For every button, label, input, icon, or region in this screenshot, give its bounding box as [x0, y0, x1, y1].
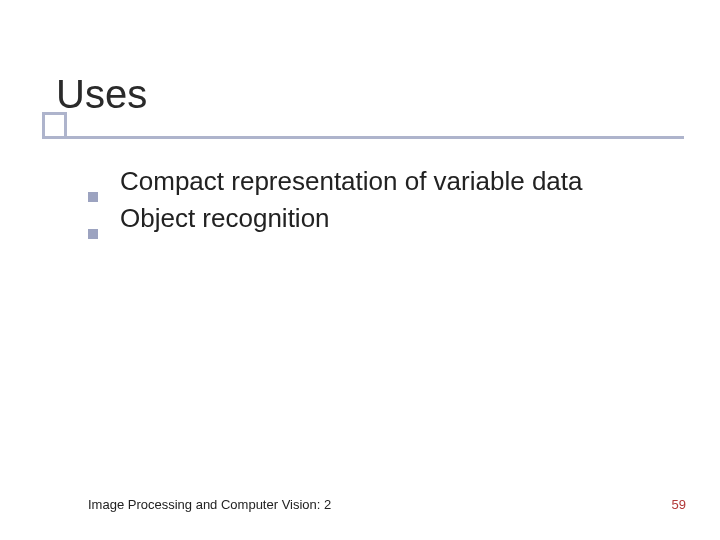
square-bullet-icon — [88, 192, 98, 202]
title-block: Uses — [56, 72, 147, 116]
title-accent-square — [42, 112, 67, 139]
title-underline — [42, 136, 684, 139]
slide-title: Uses — [56, 72, 147, 116]
bullet-text: Object recognition — [120, 201, 330, 236]
body: Compact representation of variable data … — [88, 164, 680, 238]
bullet-text: Compact representation of variable data — [120, 164, 583, 199]
page-number: 59 — [672, 497, 686, 512]
slide: Uses Compact representation of variable … — [0, 0, 720, 540]
list-item: Object recognition — [88, 201, 680, 236]
list-item: Compact representation of variable data — [88, 164, 680, 199]
footer: Image Processing and Computer Vision: 2 … — [88, 497, 686, 512]
square-bullet-icon — [88, 229, 98, 239]
footer-title: Image Processing and Computer Vision: 2 — [88, 497, 331, 512]
